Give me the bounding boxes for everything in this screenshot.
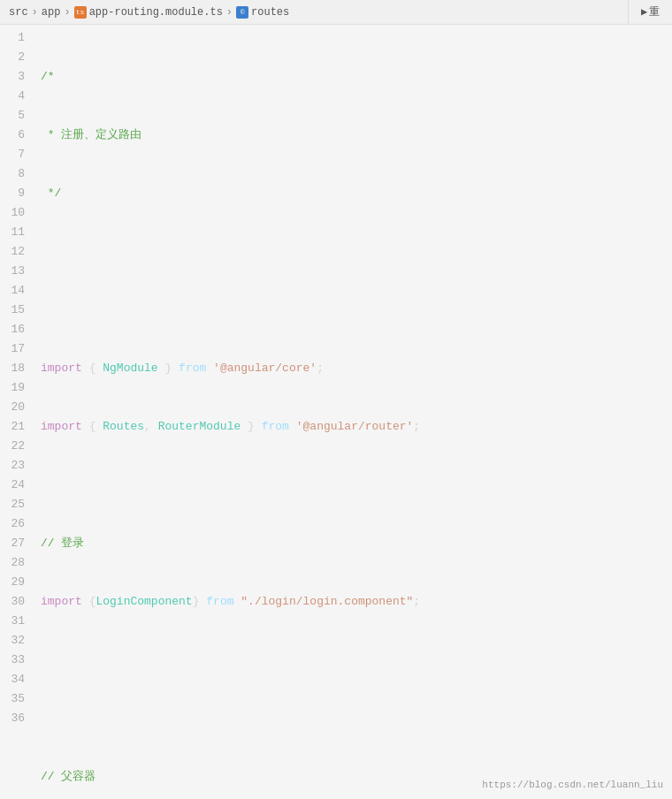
watermark: https://blog.csdn.net/luann_liu bbox=[482, 780, 663, 790]
breadcrumb-file: app-routing.module.ts bbox=[89, 6, 223, 19]
code-line-1: /* bbox=[41, 67, 672, 87]
code-area: /* * 注册、定义路由 */ import { NgModule } from… bbox=[32, 25, 672, 799]
sep2: › bbox=[64, 6, 70, 19]
code-line-5 bbox=[41, 301, 672, 320]
line-numbers: 12345 678910 1112131415 1617181920 21222… bbox=[0, 25, 32, 799]
code-line-11 bbox=[41, 651, 672, 670]
code-line-7: import { Routes, RouterModule } from '@a… bbox=[41, 417, 672, 437]
breadcrumb: src › app › ts app-routing.module.ts › ©… bbox=[0, 0, 672, 25]
breadcrumb-app: app bbox=[42, 6, 61, 19]
toolbar-label: 重 bbox=[649, 4, 660, 19]
code-line-10: import {LoginComponent} from "./login/lo… bbox=[41, 592, 672, 612]
code-line-9: // 登录 bbox=[41, 534, 672, 553]
code-line-6: import { NgModule } from '@angular/core'… bbox=[41, 359, 672, 378]
code-line-8 bbox=[41, 476, 672, 495]
editor-container: 12345 678910 1112131415 1617181920 21222… bbox=[0, 25, 672, 799]
sep3: › bbox=[226, 6, 233, 19]
sep1: › bbox=[32, 6, 38, 19]
collapse-icon: ▶ bbox=[641, 5, 647, 19]
breadcrumb-symbol: routes bbox=[251, 6, 289, 19]
code-line-2: * 注册、定义路由 bbox=[41, 126, 672, 145]
routes-icon: © bbox=[236, 6, 248, 19]
code-line-12 bbox=[41, 709, 672, 728]
toolbar-right[interactable]: ▶ 重 bbox=[628, 0, 672, 25]
breadcrumb-src: src bbox=[9, 6, 28, 19]
file-icon: ts bbox=[74, 6, 87, 19]
code-line-4 bbox=[41, 242, 672, 262]
code-line-3: */ bbox=[41, 184, 672, 203]
